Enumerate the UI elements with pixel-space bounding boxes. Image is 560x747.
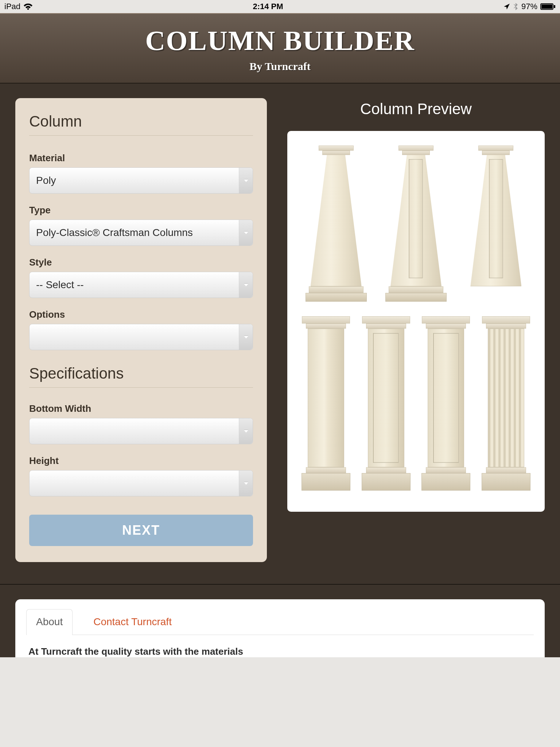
field-bottom-width: Bottom Width [29, 403, 253, 444]
chevron-down-icon [239, 220, 253, 245]
column-tapered-panel [387, 146, 445, 306]
status-right: 97% [503, 2, 556, 11]
status-bar: iPad 2:14 PM 97% [0, 0, 560, 13]
preview-row-tapered [296, 146, 536, 306]
about-text: At Turncraft the quality starts with the… [26, 635, 534, 657]
svg-rect-2 [554, 5, 555, 8]
column-straight-recessed [361, 316, 412, 495]
height-select[interactable] [29, 470, 253, 496]
field-material: Material Poly [29, 152, 253, 194]
column-straight-raised [420, 316, 471, 495]
column-straight-plain [300, 316, 351, 495]
battery-percent: 97% [521, 2, 537, 11]
next-button[interactable]: NEXT [29, 515, 253, 546]
battery-icon [540, 3, 556, 10]
field-type: Type Poly-Classic® Craftsman Columns [29, 205, 253, 246]
chevron-down-icon [239, 272, 253, 298]
style-value: -- Select -- [36, 279, 84, 291]
field-height: Height [29, 455, 253, 496]
main-content: Column Material Poly Type Poly-Classic® … [0, 83, 560, 584]
preview-image [287, 131, 545, 512]
preview-row-straight [296, 316, 536, 495]
preview-pane: Column Preview [287, 98, 545, 562]
preview-title: Column Preview [287, 100, 545, 118]
status-time: 2:14 PM [253, 2, 283, 11]
style-label: Style [29, 257, 253, 268]
section-title-column: Column [29, 113, 253, 136]
tab-bar: About Contact Turncraft [26, 609, 534, 635]
chevron-down-icon [239, 471, 253, 496]
form-card: Column Material Poly Type Poly-Classic® … [15, 98, 267, 562]
type-select[interactable]: Poly-Classic® Craftsman Columns [29, 220, 253, 246]
chevron-down-icon [239, 168, 253, 193]
tab-about[interactable]: About [26, 609, 73, 635]
bottom-card: About Contact Turncraft At Turncraft the… [15, 599, 545, 657]
chevron-down-icon [239, 324, 253, 350]
bottom-section: About Contact Turncraft At Turncraft the… [0, 584, 560, 657]
bottom-width-label: Bottom Width [29, 403, 253, 414]
column-tapered-plain [307, 146, 365, 306]
field-options: Options [29, 309, 253, 350]
device-label: iPad [4, 2, 20, 11]
app-header: COLUMN BUILDER By Turncraft [0, 13, 560, 83]
app-subtitle: By Turncraft [0, 60, 560, 73]
section-title-specs: Specifications [29, 365, 253, 388]
style-select[interactable]: -- Select -- [29, 272, 253, 298]
status-left: iPad [4, 2, 33, 11]
column-straight-fluted [481, 316, 532, 495]
location-icon [503, 3, 510, 10]
app-title: COLUMN BUILDER [0, 25, 560, 57]
column-tapered-nobase [467, 146, 525, 306]
bottom-width-select[interactable] [29, 418, 253, 444]
options-label: Options [29, 309, 253, 320]
material-label: Material [29, 152, 253, 164]
chevron-down-icon [239, 418, 253, 444]
type-label: Type [29, 205, 253, 216]
material-select[interactable]: Poly [29, 167, 253, 194]
tab-contact[interactable]: Contact Turncraft [83, 609, 182, 635]
material-value: Poly [36, 175, 56, 186]
options-select[interactable] [29, 324, 253, 350]
field-style: Style -- Select -- [29, 257, 253, 298]
height-label: Height [29, 455, 253, 467]
bluetooth-icon [513, 3, 518, 11]
svg-rect-1 [541, 4, 552, 9]
type-value: Poly-Classic® Craftsman Columns [36, 227, 193, 239]
wifi-icon [23, 3, 33, 10]
